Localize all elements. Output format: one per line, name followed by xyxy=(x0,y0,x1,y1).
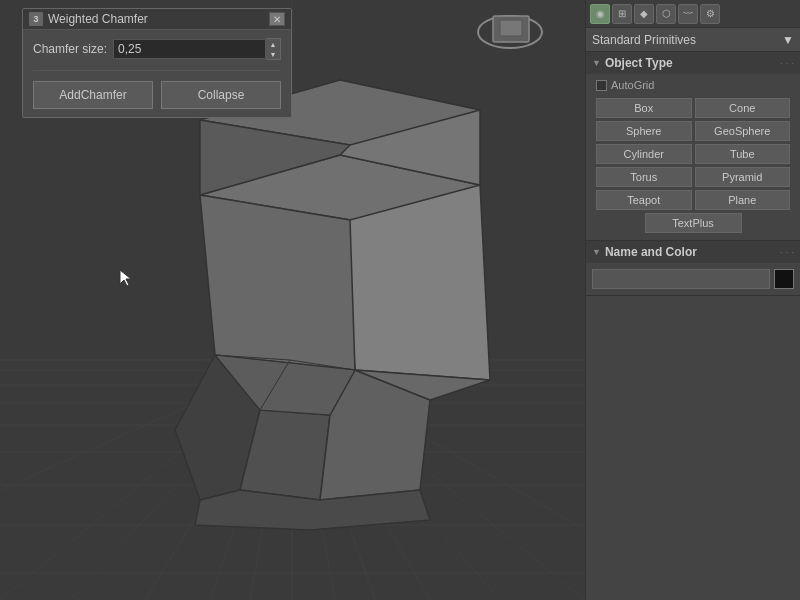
chamfer-size-input[interactable] xyxy=(113,39,266,59)
toolbar-display-icon[interactable]: 〰 xyxy=(678,4,698,24)
add-chamfer-button[interactable]: AddChamfer xyxy=(33,81,153,109)
obj-btn-box[interactable]: Box xyxy=(596,98,692,118)
section-collapse-icon: ▼ xyxy=(592,58,601,68)
toolbar-motion-icon[interactable]: ⬡ xyxy=(656,4,676,24)
spinner-down[interactable]: ▼ xyxy=(266,49,280,59)
name-color-dots: · · · xyxy=(780,247,794,258)
obj-btn-pyramid[interactable]: Pyramid xyxy=(695,167,791,187)
object-type-section: ▼ Object Type · · · AutoGrid Box Cone Sp… xyxy=(586,52,800,241)
obj-btn-textplus[interactable]: TextPlus xyxy=(645,213,742,233)
obj-btn-cylinder[interactable]: Cylinder xyxy=(596,144,692,164)
color-swatch[interactable] xyxy=(774,269,794,289)
chamfer-body: Chamfer size: ▲ ▼ AddChamfer Collapse xyxy=(23,30,291,117)
dropdown-arrow-icon: ▼ xyxy=(782,33,794,47)
spinner-up[interactable]: ▲ xyxy=(266,39,280,49)
autogrid-label: AutoGrid xyxy=(611,79,654,91)
svg-rect-41 xyxy=(500,20,522,36)
viewport[interactable]: 3 Weighted Chamfer ✕ Chamfer size: ▲ ▼ A… xyxy=(0,0,585,600)
dropdown-label: Standard Primitives xyxy=(592,33,696,47)
name-color-title: Name and Color xyxy=(605,245,697,259)
divider xyxy=(33,70,281,71)
chamfer-size-label: Chamfer size: xyxy=(33,42,107,56)
chamfer-spinner[interactable]: ▲ ▼ xyxy=(113,38,281,60)
toolbar-modify-icon[interactable]: ⊞ xyxy=(612,4,632,24)
obj-btn-torus[interactable]: Torus xyxy=(596,167,692,187)
top-toolbar: ◉ ⊞ ◆ ⬡ 〰 ⚙ xyxy=(586,0,800,28)
chamfer-size-row: Chamfer size: ▲ ▼ xyxy=(33,38,281,60)
autogrid-row: AutoGrid xyxy=(592,78,794,92)
object-type-title: Object Type xyxy=(605,56,673,70)
close-button[interactable]: ✕ xyxy=(269,12,285,26)
chamfer-dialog: 3 Weighted Chamfer ✕ Chamfer size: ▲ ▼ A… xyxy=(22,8,292,118)
obj-btn-geosphere[interactable]: GeoSphere xyxy=(695,121,791,141)
chamfer-buttons: AddChamfer Collapse xyxy=(33,81,281,109)
name-color-header[interactable]: ▼ Name and Color · · · xyxy=(586,241,800,263)
chamfer-titlebar[interactable]: 3 Weighted Chamfer ✕ xyxy=(23,9,291,30)
obj-btn-plane[interactable]: Plane xyxy=(695,190,791,210)
toolbar-create-icon[interactable]: ◉ xyxy=(590,4,610,24)
dialog-app-icon: 3 xyxy=(29,12,43,26)
obj-btn-teapot[interactable]: Teapot xyxy=(596,190,692,210)
panel-dropdown-bar[interactable]: Standard Primitives ▼ xyxy=(586,28,800,52)
name-color-body xyxy=(586,263,800,295)
obj-btn-tube[interactable]: Tube xyxy=(695,144,791,164)
object-buttons-grid: Box Cone Sphere GeoSphere Cylinder Tube … xyxy=(592,95,794,236)
obj-btn-sphere[interactable]: Sphere xyxy=(596,121,692,141)
name-and-color-section: ▼ Name and Color · · · xyxy=(586,241,800,296)
object-type-body: AutoGrid Box Cone Sphere GeoSphere Cylin… xyxy=(586,74,800,240)
chamfer-titlebar-left: 3 Weighted Chamfer xyxy=(29,12,148,26)
dialog-title: Weighted Chamfer xyxy=(48,12,148,26)
svg-marker-26 xyxy=(200,195,355,370)
name-input-field[interactable] xyxy=(592,269,770,289)
right-panel: ◉ ⊞ ◆ ⬡ 〰 ⚙ Standard Primitives ▼ ▼ Obje… xyxy=(585,0,800,600)
section-dots: · · · xyxy=(780,58,794,69)
toolbar-hierarchy-icon[interactable]: ◆ xyxy=(634,4,654,24)
object-type-header[interactable]: ▼ Object Type · · · xyxy=(586,52,800,74)
name-color-row xyxy=(592,269,794,289)
collapse-button[interactable]: Collapse xyxy=(161,81,281,109)
autogrid-checkbox[interactable] xyxy=(596,80,607,91)
spinner-arrows: ▲ ▼ xyxy=(266,38,281,60)
obj-btn-cone[interactable]: Cone xyxy=(695,98,791,118)
toolbar-utilities-icon[interactable]: ⚙ xyxy=(700,4,720,24)
name-color-collapse-icon: ▼ xyxy=(592,247,601,257)
